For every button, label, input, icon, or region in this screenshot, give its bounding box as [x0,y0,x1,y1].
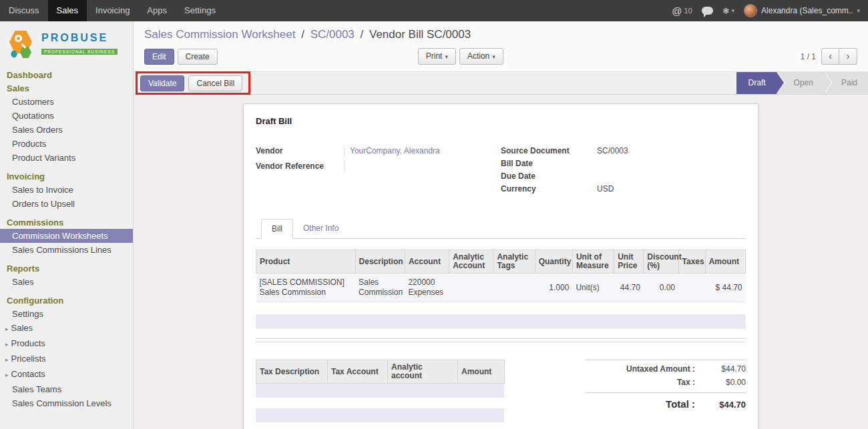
validate-button[interactable]: Validate [140,75,184,91]
totals-block: Untaxed Amount : $44.70 Tax : $0.00 Tota… [586,360,746,414]
cancel-bill-button[interactable]: Cancel Bill [188,75,242,91]
chevron-down-icon: ▾ [445,53,448,60]
control-panel: Sales Commission Worksheet / SC/0003 / V… [134,21,868,71]
sidebar-item-orders-to-upsell[interactable]: Orders to Upsell [0,197,133,211]
sidebar-item-sales-commission-levels[interactable]: Sales Commission Levels [0,396,133,410]
menu-apps[interactable]: Apps [138,0,176,21]
sidebar-item-config-settings[interactable]: Settings [0,307,133,321]
tax-value: $0.00 [704,378,746,387]
bill-date-label: Bill Date [501,159,597,169]
breadcrumb-separator: / [361,28,364,41]
sidebar-header-sales[interactable]: Sales [0,81,133,95]
top-bar: Discuss Sales Invoicing Apps Settings @ … [0,0,868,21]
tab-other-info[interactable]: Other Info [293,219,349,239]
sidebar-item-label: Products [11,338,45,348]
breadcrumb-separator: / [301,28,304,41]
col-unit-of-measure: Unit of Measure [572,250,614,274]
invoice-line-row[interactable]: [SALES COMMISSION] Sales Commission Sale… [256,274,746,302]
edit-button[interactable]: Edit [144,49,174,65]
untaxed-amount-value: $44.70 [704,364,746,374]
col-taxes: Taxes [678,250,705,274]
empty-line-row [256,314,746,329]
user-menu[interactable]: Alexandra (Sales_comm.. ▾ [744,4,860,17]
vendor-reference-value [344,161,501,172]
invoice-lines-table: Product Description Account Analytic Acc… [256,250,746,302]
brand-tagline: PROFESSIONAL BUSINESS [41,49,118,55]
sidebar-item-product-variants[interactable]: Product Variants [0,151,133,165]
sidebar-item-sales-to-invoice[interactable]: Sales to Invoice [0,183,133,197]
col-discount: Discount (%) [644,250,678,274]
tab-bill[interactable]: Bill [261,219,293,239]
sidebar-item-quotations[interactable]: Quotations [0,109,133,123]
sidebar-header-invoicing[interactable]: Invoicing [0,169,133,183]
vendor-value-link[interactable]: YourCompany, Alexandra [344,146,501,157]
spacer [256,302,746,314]
mention-count: 10 [684,7,692,15]
sidebar-item-sales-teams[interactable]: Sales Teams [0,382,133,396]
totals-divider [586,392,746,393]
vendor-reference-label: Vendor Reference [256,161,344,172]
menu-invoicing[interactable]: Invoicing [87,0,138,21]
empty-tax-row [256,384,504,398]
sidebar-item-config-products[interactable]: ▸Products [0,336,133,352]
debug-menu[interactable]: ❄ ▾ [722,6,734,16]
col-amount: Amount [705,250,745,274]
create-button[interactable]: Create [178,49,218,65]
sidebar-item-config-pricelists[interactable]: ▸Pricelists [0,352,133,367]
pager-previous-button[interactable]: ‹ [821,48,839,65]
cell-discount: 0.00 [644,274,678,302]
sidebar-item-reports-sales[interactable]: Sales [0,275,133,289]
cell-analytic-tags [493,274,535,302]
sidebar-item-config-contacts[interactable]: ▸Contacts [0,367,133,382]
currency-label: Currency [501,184,597,194]
sidebar: PROBUSE PROFESSIONAL BUSINESS Dashboard … [0,21,134,429]
sidebar-item-commission-worksheets[interactable]: Commission Worksheets [0,229,133,243]
menu-sales[interactable]: Sales [48,0,87,21]
expand-icon[interactable]: ▸ [5,356,9,363]
untaxed-amount-label: Untaxed Amount : [586,364,704,374]
action-dropdown-button[interactable]: Action▾ [459,48,503,65]
sidebar-header-reports[interactable]: Reports [0,262,133,275]
col-analytic-tags: Analytic Tags [493,250,535,274]
spacer [256,329,746,338]
print-dropdown-button[interactable]: Print▾ [418,48,456,65]
expand-icon[interactable]: ▸ [5,372,9,378]
chat-icon[interactable] [702,7,713,15]
sidebar-header-dashboard[interactable]: Dashboard [0,68,133,81]
sidebar-item-sales-commissions-lines[interactable]: Sales Commissions Lines [0,243,133,257]
status-bar: Validate Cancel Bill Draft Open Paid [134,71,868,95]
empty-tax-row [256,398,504,408]
action-dropdowns: Print▾ Action▾ [418,48,503,65]
cell-quantity: 1.000 [535,274,572,302]
form-view-container: Draft Bill Vendor YourCompany, Alexandra… [134,95,868,429]
sidebar-item-customers[interactable]: Customers [0,95,133,109]
sidebar-header-commissions[interactable]: Commissions [0,216,133,229]
breadcrumb-sc0003-link[interactable]: SC/0003 [310,28,355,41]
field-grid: Vendor YourCompany, Alexandra Vendor Ref… [256,146,746,197]
status-step-draft: Draft [736,72,777,94]
sidebar-header-configuration[interactable]: Configuration [0,294,133,307]
sidebar-item-sales-orders[interactable]: Sales Orders [0,123,133,137]
main-area: Sales Commission Worksheet / SC/0003 / V… [134,21,868,429]
pager-next-button[interactable]: › [839,48,857,65]
chevron-down-icon: ▾ [857,7,860,14]
mentions-button[interactable]: @ 10 [672,5,692,17]
total-label: Total : [586,398,704,410]
menu-settings[interactable]: Settings [176,0,224,21]
chevron-down-icon: ▾ [492,53,495,60]
expand-icon[interactable]: ▸ [5,341,9,348]
breadcrumb-worksheet-link[interactable]: Sales Commission Worksheet [144,28,295,41]
sidebar-item-products[interactable]: Products [0,137,133,151]
sidebar-item-label: Contacts [11,369,45,379]
menu-discuss[interactable]: Discuss [0,0,48,21]
pager-counter: 1 / 1 [801,52,816,61]
expand-icon[interactable]: ▸ [5,326,9,332]
cell-amount: $ 44.70 [705,274,745,302]
user-avatar [744,4,757,17]
currency-value: USD [597,184,614,194]
cell-unit-of-measure: Unit(s) [572,274,614,302]
sidebar-item-config-sales[interactable]: ▸Sales [0,321,133,336]
sidebar-nav: Dashboard Sales Customers Quotations Sal… [0,65,133,410]
cell-product: [SALES COMMISSION] Sales Commission [256,274,356,302]
notebook-tabs: Bill Other Info [256,218,746,239]
